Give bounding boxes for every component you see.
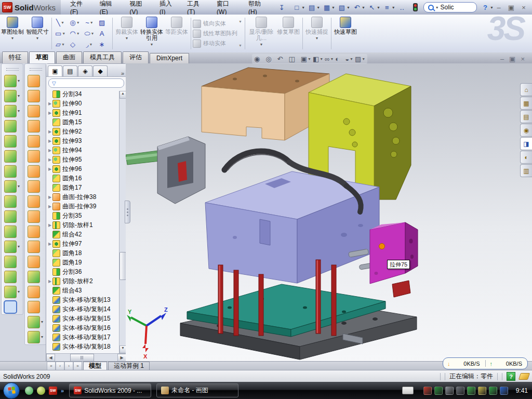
feature-tree-item[interactable]: ▶ 组合42 — [47, 230, 126, 239]
tray-icon[interactable] — [456, 387, 464, 395]
offset-entities-button[interactable]: 等距实体 — [164, 15, 189, 52]
repair-sketch-button[interactable]: 修复草图 — [276, 15, 301, 52]
feature-tree-item[interactable]: ▶ 拉伸91 — [47, 108, 126, 117]
tab-nav-button[interactable]: › — [64, 362, 73, 370]
surface-tool-button[interactable]: ▼ — [28, 314, 44, 329]
feature-tree-item[interactable]: ▶ 拉伸92 — [47, 127, 126, 136]
media-icon[interactable] — [37, 387, 45, 395]
display-delete-relations-button[interactable]: 显示/删除几... ▼ — [247, 15, 276, 52]
doc-close-button[interactable]: × — [521, 55, 525, 63]
expand-arrow-icon[interactable]: ▶ — [47, 204, 52, 209]
feature-tree-item[interactable]: ▶ 实体-移动/复制17 — [47, 332, 126, 342]
sketch-entity-button[interactable]: ◞ ▼ — [83, 39, 96, 50]
tab-nav-button[interactable]: ‹ — [56, 362, 64, 370]
view-tool-button[interactable]: ▣ ▼ — [301, 55, 311, 63]
feature-tree-item[interactable]: ▶ 实体-移动/复制16 — [47, 323, 126, 332]
pattern-group-button[interactable]: 移动实体 — [193, 39, 237, 48]
toolbar-icon[interactable]: ▧ ▼ — [337, 3, 351, 12]
surface-tool-button[interactable]: ▼ — [28, 179, 44, 194]
feature-tree-item[interactable]: ▶ 拉伸90 — [47, 99, 126, 108]
feature-tree-item[interactable]: ▶ 圆角15 — [47, 117, 126, 127]
tree-horizontal-scrollbar[interactable]: ◀ ▶ — [46, 353, 126, 362]
feature-tool-button[interactable]: ▼ — [4, 149, 21, 164]
tray-icon[interactable] — [489, 387, 497, 395]
feature-tree-item[interactable]: ▶ 拉伸93 — [47, 136, 126, 145]
manager-tab[interactable]: ▤ — [63, 65, 77, 76]
feature-tool-button[interactable]: ▼ — [4, 284, 21, 299]
feature-tree-item[interactable]: ▶ 组合43 — [47, 286, 126, 295]
sketch-entity-button[interactable]: ~ ▼ — [83, 17, 96, 28]
sketch-entity-button[interactable]: ▭ ▼ — [54, 28, 67, 39]
feature-tree-item[interactable]: ▶ 实体-移动/复制14 — [47, 304, 126, 314]
doc-restore-button[interactable]: ▣ — [509, 55, 515, 63]
surface-tool-button[interactable]: ▼ — [28, 164, 44, 179]
surface-tool-button[interactable]: ▼ — [28, 209, 44, 224]
task-pane-tab[interactable]: ⌂ — [520, 83, 532, 96]
manager-tab[interactable]: ◈ — [78, 65, 92, 76]
toolbar-icon[interactable]: ‥ ▼ — [397, 3, 411, 12]
group-dropdown-icon[interactable]: ▼ — [238, 44, 242, 47]
feature-tool-button[interactable]: ▼ — [4, 103, 21, 118]
expand-arrow-icon[interactable]: ▶ — [47, 157, 52, 162]
model-tab[interactable]: 模型 — [83, 362, 107, 370]
feature-tree-item[interactable]: ▶ 拉伸96 — [47, 164, 126, 174]
graphics-viewport[interactable]: Y Z X 拉伸75 ⌂ ▦ ▤ ◉ ◨ ◐ — [126, 63, 532, 361]
quicklaunch-chevron-icon[interactable]: » — [61, 388, 64, 394]
view-tool-button[interactable]: ◧ ▼ — [313, 55, 323, 63]
surface-tool-button[interactable]: ▼ — [28, 299, 44, 314]
view-tool-button[interactable]: ∞ ▼ — [325, 55, 334, 63]
surface-tool-button[interactable]: ▼ — [28, 224, 44, 239]
expand-arrow-icon[interactable]: ▶ — [47, 129, 52, 134]
expand-arrow-icon[interactable]: ▶ — [47, 167, 52, 171]
sketch-entity-button[interactable]: ∗ ▼ — [97, 39, 111, 50]
ribbon-tab[interactable]: 模具工具 — [83, 51, 122, 63]
feature-tree-item[interactable]: ▶ 实体-移动/复制18 — [47, 342, 126, 351]
feature-tool-button[interactable]: ▼ — [4, 134, 21, 149]
taskbar-task-solidworks[interactable]: SW SolidWorks 2009 - ... — [69, 383, 151, 397]
tray-icon[interactable] — [467, 387, 475, 395]
rapid-sketch-button[interactable]: 快速草图 — [333, 15, 358, 52]
feature-tree-item[interactable]: ▶ 曲面-拉伸39 — [47, 202, 126, 211]
surface-tool-button[interactable]: ▼ — [28, 329, 44, 344]
feature-tool-button[interactable]: ▼ — [4, 209, 21, 224]
feature-tree-item[interactable]: ▶ 分割36 — [47, 267, 126, 276]
surface-tool-button[interactable]: ▼ — [28, 103, 44, 118]
feature-tree-item[interactable]: ▶ 曲面-拉伸38 — [47, 192, 126, 202]
manager-tab[interactable]: ◆ — [93, 65, 108, 76]
surface-tool-button[interactable]: ▼ — [28, 269, 44, 284]
tray-icon[interactable] — [434, 387, 443, 395]
toolbar-icon[interactable]: ▤ ▼ — [307, 3, 321, 12]
sketch-entity-button[interactable]: A ▼ — [97, 28, 111, 39]
quick-snaps-button[interactable]: 快速捕捉 ▼ — [304, 15, 329, 52]
tray-icon[interactable] — [478, 387, 486, 395]
view-tool-button[interactable]: ◎ ▼ — [265, 55, 275, 63]
feature-tree-item[interactable]: ▶ 圆角17 — [47, 183, 126, 192]
search-dropdown-icon[interactable]: ▼ — [435, 6, 439, 9]
feature-tool-button[interactable]: ▼ — [4, 299, 21, 314]
surface-tool-button[interactable]: ▼ — [28, 88, 44, 103]
view-tool-button[interactable]: ▨ ▼ — [355, 55, 365, 63]
expand-arrow-icon[interactable]: ▶ — [47, 242, 52, 246]
feature-tree-item[interactable]: ▶ 切除-放样1 — [47, 220, 126, 230]
surface-tool-button[interactable]: ▼ — [28, 284, 44, 299]
quick-tips-icon[interactable]: ? — [507, 372, 515, 381]
feature-tree-item[interactable]: ▶ 实体-移动/复制13 — [47, 295, 126, 304]
view-tool-button[interactable]: ◐ ▼ — [335, 55, 343, 63]
feature-tool-button[interactable]: ▼ — [4, 73, 21, 88]
model-tab[interactable]: 运动算例 1 — [108, 362, 150, 370]
smart-dimension-button[interactable]: 智能尺寸 ▼ — [25, 15, 50, 52]
toolbar-icon[interactable]: □ ▼ — [291, 3, 306, 12]
view-tool-button[interactable]: ◫ ▼ — [288, 55, 299, 63]
ribbon-tab[interactable]: DimXpert — [150, 53, 189, 63]
scroll-right-icon[interactable]: ▶ — [117, 354, 126, 362]
sketch-entity-button[interactable]: ▱ ▼ — [54, 39, 67, 50]
feature-tree-item[interactable]: ▶ 分割34 — [47, 89, 126, 99]
feature-tool-button[interactable]: ▼ — [4, 88, 21, 103]
feature-tree-item[interactable]: ▶ 切除-放样2 — [47, 276, 126, 286]
toolbar-grip[interactable] — [6, 68, 19, 71]
messenger-icon[interactable] — [25, 387, 33, 395]
surface-tool-button[interactable]: ▼ — [28, 254, 44, 269]
expand-arrow-icon[interactable]: ▶ — [47, 148, 52, 153]
expand-arrow-icon[interactable]: ▶ — [47, 279, 52, 284]
feature-tree-item[interactable]: ▶ 圆角18 — [47, 248, 126, 258]
